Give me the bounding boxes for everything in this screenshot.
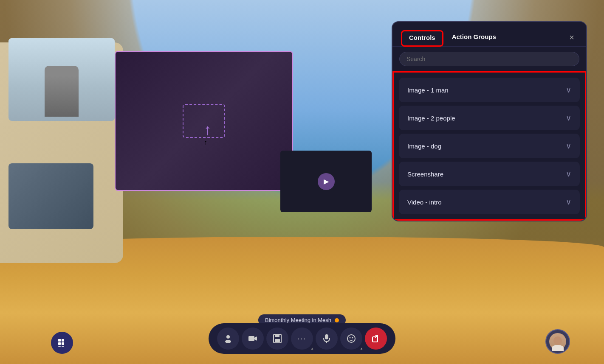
- mic-icon: [323, 334, 330, 343]
- avatar-button[interactable]: [217, 328, 239, 350]
- camera-button[interactable]: [242, 328, 264, 350]
- list-item-label: Screenshare: [407, 171, 443, 178]
- search-input[interactable]: [399, 52, 579, 66]
- save-icon: [273, 334, 282, 343]
- search-area: [392, 47, 586, 71]
- more-button[interactable]: ··· ▲: [291, 328, 313, 350]
- display-screen: ↑: [115, 51, 293, 191]
- svg-rect-7: [325, 334, 328, 339]
- svg-rect-2: [248, 336, 254, 341]
- svg-rect-5: [275, 334, 279, 337]
- grid-menu-button[interactable]: [51, 332, 73, 354]
- mic-button[interactable]: [316, 328, 338, 350]
- tab-controls[interactable]: Controls: [401, 30, 443, 47]
- person-wheelchair-image: [8, 38, 115, 121]
- meeting-label-text: Bimonthly Meeting in Mesh: [265, 317, 331, 323]
- chevron-down-icon: ∨: [566, 85, 571, 95]
- svg-marker-3: [254, 336, 257, 341]
- panel-tabs: Controls Action Groups ×: [392, 22, 586, 47]
- bottom-toolbar: ··· ▲ ▲: [209, 323, 395, 354]
- svg-rect-18: [58, 346, 61, 347]
- svg-point-10: [350, 337, 351, 339]
- svg-rect-15: [62, 339, 64, 342]
- svg-rect-6: [275, 339, 280, 342]
- emoji-chevron: ▲: [360, 347, 363, 350]
- chevron-down-icon: ∨: [566, 169, 571, 179]
- more-chevron: ▲: [310, 347, 314, 350]
- camera-icon: [248, 335, 257, 342]
- image-tile-wheelchair: [8, 38, 115, 121]
- list-item-image-dog[interactable]: Image - dog ∨: [399, 134, 580, 158]
- svg-point-11: [352, 337, 353, 339]
- items-list: Image - 1 man ∨ Image - 2 people ∨ Image…: [392, 71, 586, 221]
- svg-rect-17: [62, 342, 64, 345]
- list-item-video-intro[interactable]: Video - intro ∨: [399, 190, 580, 214]
- svg-rect-19: [62, 346, 64, 347]
- avatar-icon: [223, 334, 233, 343]
- chevron-down-icon: ∨: [566, 113, 571, 123]
- chevron-down-icon: ∨: [566, 197, 571, 207]
- chevron-down-icon: ∨: [566, 141, 571, 151]
- list-item-image-1-man[interactable]: Image - 1 man ∨: [399, 78, 580, 102]
- upload-icon-box: ↑: [183, 104, 225, 138]
- play-button-icon: ▶: [318, 173, 335, 190]
- list-item-image-2-people[interactable]: Image - 2 people ∨: [399, 106, 580, 130]
- list-item-label: Image - 2 people: [407, 115, 455, 122]
- save-button[interactable]: [266, 328, 288, 350]
- svg-point-9: [347, 335, 355, 342]
- emoji-button[interactable]: ▲: [340, 328, 362, 350]
- svg-rect-14: [58, 339, 61, 342]
- avatar-face: [549, 333, 566, 350]
- svg-rect-16: [58, 342, 61, 345]
- svg-point-1: [225, 340, 231, 343]
- recording-dot: [335, 318, 339, 322]
- share-button[interactable]: [365, 328, 387, 350]
- close-panel-button[interactable]: ×: [566, 31, 578, 44]
- emoji-icon: [347, 334, 356, 343]
- list-item-label: Video - intro: [407, 199, 442, 206]
- tab-action-groups[interactable]: Action Groups: [443, 29, 505, 46]
- more-dots: ···: [297, 334, 306, 343]
- controls-panel: Controls Action Groups × Image - 1 man ∨…: [392, 21, 587, 221]
- image-tile-couch: [8, 163, 93, 229]
- list-item-label: Image - dog: [407, 143, 441, 150]
- list-item-label: Image - 1 man: [407, 87, 449, 94]
- upload-arrow-symbol: ↑: [204, 139, 207, 146]
- list-item-screenshare[interactable]: Screenshare ∨: [399, 162, 580, 186]
- user-avatar[interactable]: [545, 329, 570, 354]
- share-icon: [372, 334, 380, 343]
- video-panel: ▶: [280, 151, 372, 212]
- svg-point-0: [226, 335, 230, 339]
- grid-icon: [57, 338, 67, 347]
